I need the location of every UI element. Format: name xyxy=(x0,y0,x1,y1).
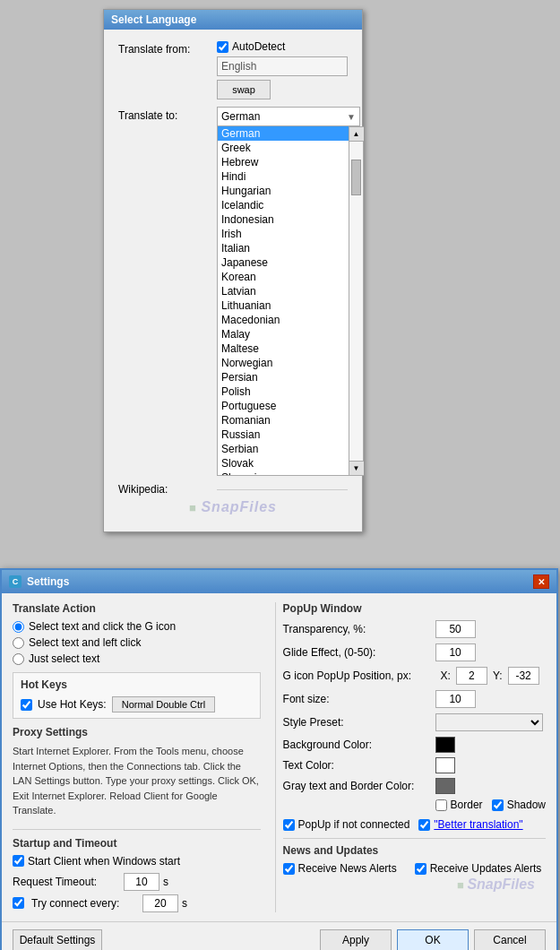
settings-footer: Default Settings Apply OK Cancel xyxy=(2,921,556,951)
language-item[interactable]: Macedonian xyxy=(218,313,349,327)
from-language-input[interactable] xyxy=(217,56,348,76)
style-preset-select[interactable] xyxy=(435,713,543,731)
language-item[interactable]: Irish xyxy=(218,227,349,241)
better-trans-checkbox[interactable] xyxy=(418,819,430,831)
gray-color-label: Gray text and Border Color: xyxy=(283,780,435,792)
settings-dialog: C Settings ✕ Translate Action Select tex… xyxy=(0,568,558,950)
try-connect-input[interactable] xyxy=(142,894,178,912)
settings-icon: C xyxy=(9,575,22,588)
language-item[interactable]: Italian xyxy=(218,241,349,255)
swap-button[interactable]: swap xyxy=(217,80,271,99)
radio-label-1: Select text and left click xyxy=(29,636,141,649)
start-on-windows-checkbox[interactable] xyxy=(13,855,24,867)
proxy-title: Proxy Settings xyxy=(13,726,261,738)
language-item[interactable]: Portuguese xyxy=(218,399,349,413)
better-translation-option: "Better translation" xyxy=(418,818,522,831)
translate-from-label: Translate from: xyxy=(118,40,217,56)
language-item[interactable]: Hebrew xyxy=(218,155,349,169)
transparency-input[interactable] xyxy=(435,620,476,638)
cancel-button[interactable]: Cancel xyxy=(474,929,546,951)
translate-to-label: Translate to: xyxy=(118,107,217,122)
g-icon-x-input[interactable] xyxy=(456,667,487,685)
receive-news-label: Receive News Alerts xyxy=(298,862,397,875)
language-list[interactable]: GermanGreekHebrewHindiHungarianIcelandic… xyxy=(217,126,349,476)
language-item[interactable]: Lithuanian xyxy=(218,298,349,313)
scrollbar-thumb[interactable] xyxy=(351,160,361,195)
style-preset-label: Style Preset: xyxy=(283,716,435,729)
language-item[interactable]: Polish xyxy=(218,384,349,399)
language-item[interactable]: Korean xyxy=(218,270,349,284)
close-button[interactable]: ✕ xyxy=(533,574,549,589)
radio-left-click[interactable] xyxy=(13,637,24,649)
wikipedia-label: Wikipedia: xyxy=(118,483,217,496)
language-item[interactable]: Slovak xyxy=(218,456,349,471)
try-connect-unit: s xyxy=(182,897,187,910)
language-item[interactable]: Japanese xyxy=(218,255,349,270)
language-item[interactable]: Hungarian xyxy=(218,184,349,198)
receive-updates-option: Receive Updates Alerts xyxy=(415,862,542,875)
g-icon-y-input[interactable] xyxy=(508,667,539,685)
shadow-checkbox[interactable] xyxy=(492,799,504,811)
bg-color-label: Background Color: xyxy=(283,738,435,751)
wikipedia-divider xyxy=(217,489,348,490)
use-hotkeys-checkbox[interactable] xyxy=(21,699,32,711)
radio-label-0: Select text and click the G icon xyxy=(29,620,176,633)
language-item[interactable]: Slovenian xyxy=(218,471,349,476)
language-item[interactable]: Norwegian xyxy=(218,356,349,370)
gray-color-swatch[interactable] xyxy=(435,778,455,794)
popup-connected-label-text: PopUp if not connected xyxy=(298,818,410,831)
language-item[interactable]: Latvian xyxy=(218,284,349,298)
language-item[interactable]: Serbian xyxy=(218,442,349,456)
language-scrollbar[interactable]: ▲ ▼ xyxy=(349,126,364,476)
radio-label-2: Just select text xyxy=(29,652,99,665)
language-item[interactable]: Malay xyxy=(218,327,349,341)
receive-updates-checkbox[interactable] xyxy=(415,863,426,875)
glide-effect-label: Glide Effect, (0-50): xyxy=(283,646,435,659)
glide-effect-input[interactable] xyxy=(435,643,476,661)
start-on-windows-label: Start Client when Windows start xyxy=(28,855,180,868)
use-hotkeys-label: Use Hot Keys: xyxy=(38,698,107,711)
font-size-label: Font size: xyxy=(283,693,435,705)
border-checkbox[interactable] xyxy=(435,799,447,811)
language-item[interactable]: Persian xyxy=(218,370,349,384)
try-connect-checkbox[interactable] xyxy=(13,897,24,909)
shadow-option: Shadow xyxy=(492,799,546,811)
transparency-label: Transparency, %: xyxy=(283,623,435,635)
language-item[interactable]: German xyxy=(218,126,349,141)
language-item[interactable]: Russian xyxy=(218,428,349,442)
text-color-swatch[interactable] xyxy=(435,757,455,773)
language-item[interactable]: Icelandic xyxy=(218,198,349,212)
select-language-titlebar: Select Language xyxy=(104,10,362,30)
hotkey-value-btn[interactable]: Normal Double Ctrl xyxy=(112,696,216,712)
ok-button[interactable]: OK xyxy=(397,929,469,951)
g-icon-x-label: X: xyxy=(441,669,451,682)
scrollbar-up-btn[interactable]: ▲ xyxy=(349,127,364,142)
language-item[interactable]: Indonesian xyxy=(218,212,349,227)
popup-connected-checkbox[interactable] xyxy=(283,819,295,831)
font-size-input[interactable] xyxy=(435,690,476,708)
border-option: Border xyxy=(435,799,483,811)
radio-option-0: Select text and click the G icon xyxy=(13,620,261,633)
settings-title: Settings xyxy=(27,575,69,588)
scrollbar-track xyxy=(349,142,363,461)
apply-button[interactable]: Apply xyxy=(320,929,392,951)
scrollbar-down-btn[interactable]: ▼ xyxy=(349,461,364,475)
translate-to-dropdown[interactable]: German ▼ xyxy=(217,107,360,126)
news-title: News and Updates xyxy=(283,844,546,857)
settings-titlebar: C Settings ✕ xyxy=(2,570,556,593)
receive-news-option: Receive News Alerts xyxy=(283,862,397,875)
language-item[interactable]: Romanian xyxy=(218,413,349,428)
receive-news-checkbox[interactable] xyxy=(283,863,295,875)
autodetect-label: AutoDetect xyxy=(232,40,285,53)
shadow-label: Shadow xyxy=(507,799,546,811)
try-connect-label: Try connect every: xyxy=(31,897,139,910)
language-item[interactable]: Greek xyxy=(218,141,349,155)
language-item[interactable]: Hindi xyxy=(218,169,349,184)
request-timeout-input[interactable] xyxy=(124,873,159,891)
radio-click-g-icon[interactable] xyxy=(13,621,24,633)
radio-just-select[interactable] xyxy=(13,653,24,665)
bg-color-swatch[interactable] xyxy=(435,737,455,753)
language-item[interactable]: Maltese xyxy=(218,341,349,356)
autodetect-checkbox[interactable] xyxy=(217,41,228,53)
default-settings-button[interactable]: Default Settings xyxy=(13,929,102,951)
